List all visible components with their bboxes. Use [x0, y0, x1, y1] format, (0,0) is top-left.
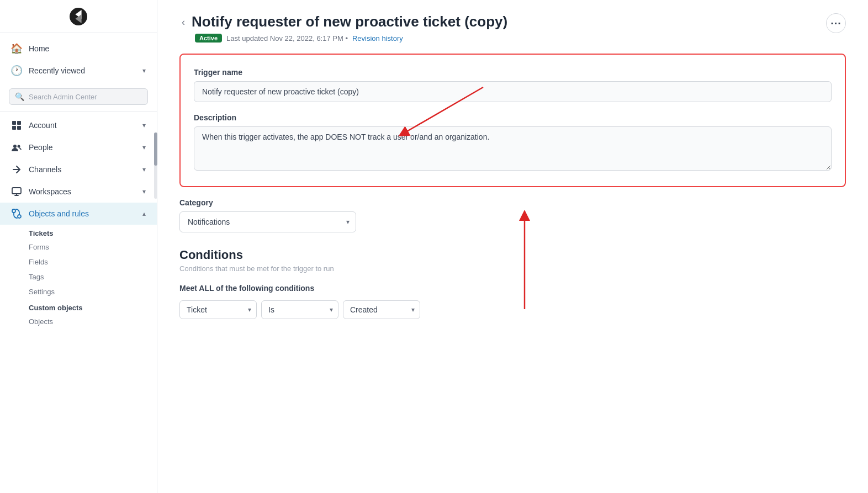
search-input-wrap: 🔍: [9, 88, 148, 105]
search-input[interactable]: [29, 93, 142, 101]
condition-field-wrap: Ticket Comment Status ▾: [179, 300, 257, 319]
chevron-down-icon: ▾: [142, 67, 146, 75]
sidebar-item-account[interactable]: Account ▾: [0, 114, 157, 136]
channels-icon: [11, 164, 22, 175]
page-header-left: ‹ Notify requester of new proactive tick…: [179, 13, 507, 43]
revision-history-link[interactable]: Revision history: [352, 34, 403, 43]
conditions-subtitle: Conditions that must be met for the trig…: [179, 264, 846, 273]
page-title-row: ‹ Notify requester of new proactive tick…: [179, 13, 507, 30]
sidebar-item-objects-rules[interactable]: Objects and rules ▴: [0, 203, 157, 225]
chevron-down-icon-people: ▾: [142, 144, 146, 151]
category-section: Category Notifications General Custom ▾: [179, 198, 846, 232]
svg-rect-0: [12, 121, 16, 125]
subnav-tags[interactable]: Tags: [0, 269, 157, 284]
category-select-wrap: Notifications General Custom ▾: [179, 211, 356, 232]
sidebar-item-channels[interactable]: Channels ▾: [0, 158, 157, 181]
search-container: 🔍: [0, 84, 157, 109]
description-label: Description: [194, 113, 832, 122]
conditions-section: Conditions Conditions that must be met f…: [179, 248, 846, 319]
description-textarea[interactable]: When this trigger activates, the app DOE…: [194, 126, 832, 171]
people-icon: [11, 142, 22, 153]
subnav-fields[interactable]: Fields: [0, 255, 157, 269]
clock-icon: 🕐: [11, 65, 22, 76]
sidebar-scrollbar-track: [154, 132, 157, 199]
svg-rect-3: [17, 126, 21, 130]
page-header: ‹ Notify requester of new proactive tick…: [179, 13, 846, 43]
chevron-down-icon-workspaces: ▾: [142, 188, 146, 195]
category-select[interactable]: Notifications General Custom: [179, 211, 356, 232]
trigger-name-label: Trigger name: [194, 68, 832, 77]
category-label: Category: [179, 198, 846, 207]
nav-divider-1: [0, 112, 157, 112]
objects-rules-icon: [11, 208, 22, 219]
chevron-down-icon-channels: ▾: [142, 166, 146, 173]
page-meta: Active Last updated Nov 22, 2022, 6:17 P…: [179, 34, 507, 43]
home-icon: 🏠: [11, 43, 22, 54]
chevron-down-icon-account: ▾: [142, 121, 146, 129]
subnav-settings[interactable]: Settings: [0, 284, 157, 299]
options-button[interactable]: ···: [826, 13, 846, 33]
subnav-tickets-section: Tickets: [0, 225, 157, 240]
condition-operator-wrap: Is Is not Contains ▾: [261, 300, 338, 319]
sidebar-item-workspaces[interactable]: Workspaces ▾: [0, 181, 157, 203]
conditions-group-label: Meet ALL of the following conditions: [179, 284, 846, 293]
meta-text: Last updated Nov 22, 2022, 6:17 PM •: [226, 34, 348, 43]
condition-operator-select[interactable]: Is Is not Contains: [261, 300, 338, 319]
svg-rect-1: [17, 121, 21, 125]
objects-rules-subnav: Tickets Forms Fields Tags Settings Custo…: [0, 225, 157, 329]
svg-rect-6: [12, 188, 21, 194]
sidebar-item-recently-viewed[interactable]: 🕐 Recently viewed ▾: [0, 60, 157, 82]
trigger-name-input[interactable]: [194, 81, 832, 102]
workspaces-icon: [11, 186, 22, 197]
back-button[interactable]: ‹: [179, 16, 187, 28]
sidebar-scrollbar-thumb[interactable]: [154, 132, 157, 166]
chevron-up-icon-objects: ▴: [142, 210, 146, 218]
sidebar-item-people[interactable]: People ▾: [0, 136, 157, 158]
status-badge: Active: [195, 34, 222, 43]
search-icon: 🔍: [15, 92, 24, 101]
description-group: Description When this trigger activates,…: [194, 113, 832, 173]
page-title: Notify requester of new proactive ticket…: [192, 13, 507, 30]
subnav-objects[interactable]: Objects: [0, 314, 157, 329]
conditions-title: Conditions: [179, 248, 846, 262]
svg-rect-2: [12, 126, 16, 130]
subnav-forms[interactable]: Forms: [0, 240, 157, 255]
condition-value-select[interactable]: Created Updated Solved: [343, 300, 420, 319]
subnav-custom-objects-section: Custom objects: [0, 299, 157, 314]
condition-value-wrap: Created Updated Solved ▾: [343, 300, 420, 319]
conditions-row-1: Ticket Comment Status ▾ Is Is not Contai…: [179, 300, 846, 319]
svg-point-4: [13, 145, 17, 148]
condition-field-select[interactable]: Ticket Comment Status: [179, 300, 257, 319]
trigger-name-group: Trigger name: [194, 68, 832, 102]
form-card: Trigger name Description When this trigg…: [179, 54, 846, 187]
account-icon: [11, 120, 22, 131]
sidebar-logo: [0, 0, 157, 33]
svg-point-5: [18, 145, 20, 148]
main-content: ‹ Notify requester of new proactive tick…: [157, 0, 868, 493]
sidebar-item-home[interactable]: 🏠 Home: [0, 38, 157, 60]
